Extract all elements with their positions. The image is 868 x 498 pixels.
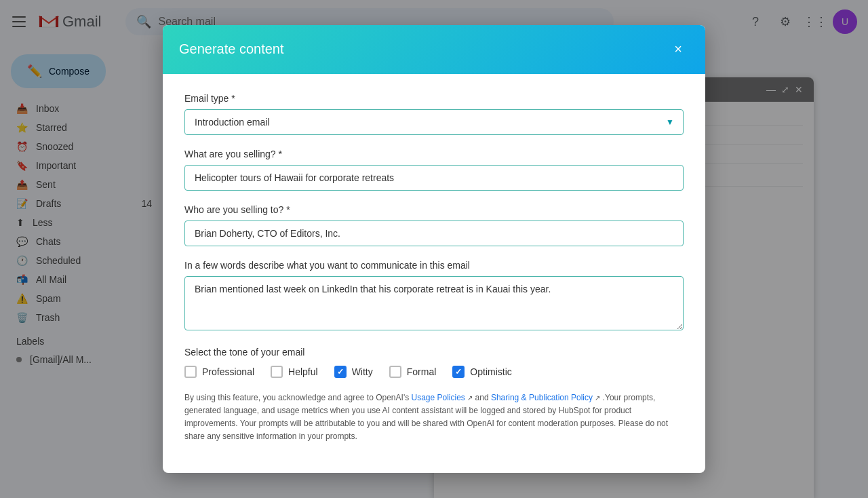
selling-label: What are you selling? * [184, 149, 684, 159]
email-type-label: Email type * [184, 93, 684, 104]
selling-to-label: Who are you selling to? * [184, 204, 684, 215]
external-link-icon: ↗ [467, 394, 473, 402]
communicate-group: In a few words describe what you want to… [184, 260, 684, 333]
tone-label: Select the tone of your email [184, 347, 684, 358]
professional-checkbox[interactable] [184, 366, 197, 378]
tone-helpful[interactable]: Helpful [271, 366, 318, 378]
sharing-external-icon: ↗ [595, 394, 600, 402]
tone-section: Select the tone of your email Profession… [184, 347, 684, 378]
tone-optimistic[interactable]: Optimistic [452, 366, 511, 378]
helpful-checkbox[interactable] [271, 366, 283, 378]
communicate-label: In a few words describe what you want to… [184, 260, 684, 271]
modal-overlay: Generate content × Email type * Introduc… [0, 0, 868, 498]
sharing-link[interactable]: Sharing & Publication Policy [491, 393, 593, 402]
email-type-select-wrapper: Introduction email Follow-up email Cold … [184, 109, 684, 135]
usage-policies-link[interactable]: Usage Policies [412, 393, 465, 402]
modal-header: Generate content × [163, 25, 705, 74]
optimistic-checkbox[interactable] [452, 366, 465, 378]
tone-witty[interactable]: Witty [334, 366, 373, 378]
professional-label: Professional [202, 366, 254, 377]
modal-close-button[interactable]: × [667, 39, 689, 60]
optimistic-label: Optimistic [470, 366, 511, 377]
generate-content-modal: Generate content × Email type * Introduc… [163, 25, 705, 474]
selling-input[interactable] [184, 165, 684, 191]
tone-professional[interactable]: Professional [184, 366, 254, 378]
selling-group: What are you selling? * [184, 149, 684, 191]
email-type-select[interactable]: Introduction email Follow-up email Cold … [184, 109, 684, 135]
disclaimer-text: By using this feature, you acknowledge a… [184, 391, 684, 444]
email-type-group: Email type * Introduction email Follow-u… [184, 93, 684, 135]
selling-to-group: Who are you selling to? * [184, 204, 684, 246]
witty-checkbox[interactable] [334, 366, 347, 378]
helpful-label: Helpful [288, 366, 318, 377]
modal-body: Email type * Introduction email Follow-u… [163, 74, 705, 474]
selling-to-input[interactable] [184, 221, 684, 246]
tone-formal[interactable]: Formal [389, 366, 437, 378]
witty-label: Witty [352, 366, 373, 377]
communicate-textarea[interactable]: Brian mentioned last week on LinkedIn th… [184, 276, 684, 330]
formal-label: Formal [407, 366, 437, 377]
tone-options: Professional Helpful Witty Formal [184, 366, 684, 378]
formal-checkbox[interactable] [389, 366, 401, 378]
modal-title: Generate content [179, 41, 284, 57]
